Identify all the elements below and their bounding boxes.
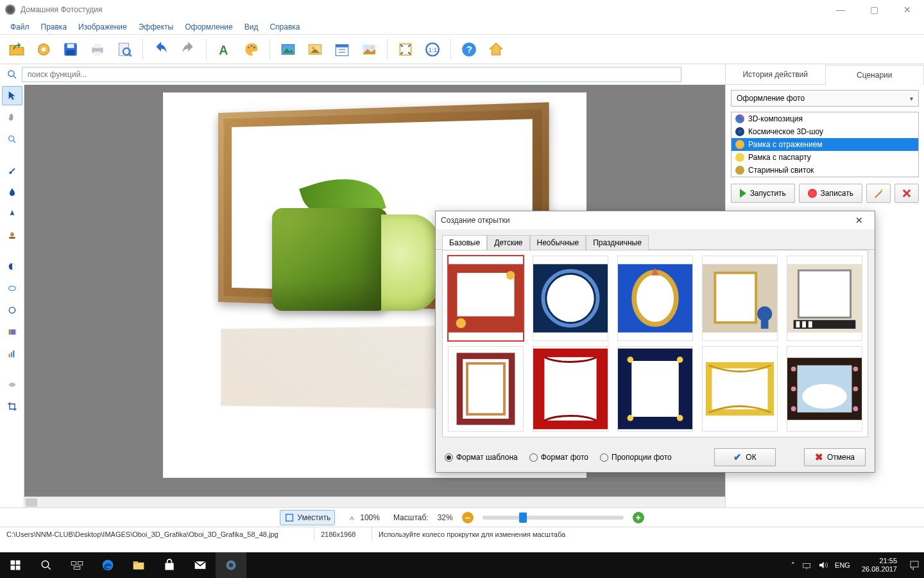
window-minimize-button[interactable]: — bbox=[829, 2, 852, 17]
canvas-h-scrollbar[interactable] bbox=[24, 496, 725, 507]
fit-to-screen-button[interactable]: Уместить bbox=[280, 510, 335, 525]
template-thumbnail[interactable] bbox=[617, 346, 693, 432]
menu-edit[interactable]: Правка bbox=[36, 21, 73, 33]
template-thumbnail[interactable] bbox=[787, 256, 862, 341]
print-button[interactable] bbox=[86, 38, 109, 61]
dialog-tab-holiday[interactable]: Праздничные bbox=[586, 235, 649, 250]
menu-design[interactable]: Оформление bbox=[180, 21, 237, 33]
svg-rect-102 bbox=[16, 566, 21, 570]
tray-network-icon[interactable] bbox=[801, 560, 812, 570]
preview-button[interactable] bbox=[113, 38, 136, 61]
calendar-button[interactable] bbox=[330, 38, 354, 61]
dialog-cancel-button[interactable]: ✖Отмена bbox=[804, 448, 866, 466]
redo-button[interactable] bbox=[176, 38, 200, 61]
search-bar bbox=[0, 65, 725, 84]
window-maximize-button[interactable]: ▢ bbox=[862, 2, 886, 17]
tab-scenarios[interactable]: Сценарии bbox=[825, 65, 925, 85]
dialog-tab-basic[interactable]: Базовые bbox=[442, 235, 487, 250]
taskbar-explorer[interactable] bbox=[123, 552, 154, 578]
zoom-tool[interactable] bbox=[2, 130, 22, 149]
scenario-item[interactable]: Рамка с паспарту bbox=[732, 151, 918, 164]
search-input[interactable] bbox=[22, 67, 681, 82]
palette-button[interactable] bbox=[240, 38, 263, 61]
save-button[interactable] bbox=[59, 38, 82, 61]
tray-volume-icon[interactable] bbox=[818, 560, 828, 570]
radio-photo-proportions[interactable]: Пропорции фото bbox=[600, 453, 672, 462]
open-button[interactable] bbox=[5, 38, 28, 61]
text-button[interactable]: A bbox=[213, 38, 236, 61]
record-button[interactable]: Записать bbox=[799, 184, 863, 203]
delete-button[interactable] bbox=[894, 184, 919, 203]
taskbar-edge[interactable] bbox=[92, 552, 123, 578]
zoom-out-button[interactable]: – bbox=[462, 512, 474, 523]
pointer-tool[interactable] bbox=[2, 86, 22, 105]
contrast-tool[interactable] bbox=[2, 257, 22, 276]
home-button[interactable] bbox=[484, 38, 508, 61]
blur-tool[interactable] bbox=[2, 375, 22, 394]
stamp-tool[interactable] bbox=[2, 226, 22, 245]
menu-view[interactable]: Вид bbox=[239, 21, 264, 33]
template-thumbnail[interactable] bbox=[533, 346, 608, 432]
wand-button[interactable] bbox=[866, 184, 891, 203]
gear-button[interactable] bbox=[32, 38, 55, 61]
ellipse-tool[interactable] bbox=[2, 279, 22, 298]
template-thumbnail[interactable] bbox=[617, 256, 693, 341]
image-button[interactable] bbox=[304, 38, 327, 61]
actual-size-button[interactable]: 1:1 bbox=[421, 38, 444, 61]
scenario-item[interactable]: Старинный свиток bbox=[732, 164, 918, 177]
zoom-slider-handle[interactable] bbox=[519, 512, 527, 523]
pen-tool[interactable] bbox=[2, 204, 22, 223]
start-button[interactable] bbox=[0, 552, 31, 578]
hand-tool[interactable] bbox=[2, 108, 22, 127]
run-button[interactable]: Запустить bbox=[731, 184, 795, 203]
menu-image[interactable]: Изображение bbox=[73, 21, 132, 33]
menu-help[interactable]: Справка bbox=[264, 21, 305, 33]
taskbar-mail[interactable] bbox=[185, 552, 216, 578]
svg-rect-100 bbox=[16, 561, 21, 565]
template-thumbnail[interactable] bbox=[787, 346, 862, 432]
scenario-item[interactable]: Рамка с отражением bbox=[732, 138, 918, 151]
menu-file[interactable]: Файл bbox=[5, 21, 35, 33]
radio-template-format[interactable]: Формат шаблона bbox=[445, 453, 518, 462]
template-thumbnail[interactable] bbox=[702, 256, 778, 341]
task-view[interactable] bbox=[62, 552, 92, 578]
taskbar-store[interactable] bbox=[154, 552, 185, 578]
help-button[interactable]: ? bbox=[458, 38, 481, 61]
dialog-tab-kids[interactable]: Детские bbox=[487, 235, 529, 250]
scenery-button[interactable] bbox=[357, 38, 381, 61]
tray-notifications-icon[interactable] bbox=[909, 559, 920, 571]
tray-language[interactable]: ENG bbox=[835, 561, 850, 569]
template-thumbnail[interactable] bbox=[533, 256, 608, 341]
drop-tool[interactable] bbox=[2, 182, 22, 202]
zoom-in-button[interactable]: + bbox=[633, 512, 644, 523]
undo-button[interactable] bbox=[150, 38, 173, 61]
circle-tool[interactable] bbox=[2, 301, 22, 320]
dialog-tab-unusual[interactable]: Необычные bbox=[530, 235, 586, 250]
taskbar-current-app[interactable] bbox=[216, 552, 246, 578]
brush-tool[interactable] bbox=[2, 161, 22, 180]
tray-clock[interactable]: 21:55 26.08.2017 bbox=[857, 557, 902, 573]
frame-button[interactable] bbox=[277, 38, 300, 61]
menu-effects[interactable]: Эффекты bbox=[133, 21, 179, 33]
dialog-close-button[interactable]: ✕ bbox=[849, 213, 869, 228]
template-thumbnail[interactable] bbox=[448, 256, 524, 341]
scenario-item[interactable]: Космическое 3D-шоу bbox=[732, 125, 918, 138]
crop-tool[interactable] bbox=[2, 397, 22, 416]
svg-rect-83 bbox=[631, 361, 678, 417]
levels-tool[interactable] bbox=[2, 344, 22, 363]
tab-history[interactable]: История действий bbox=[726, 64, 825, 84]
fit-button[interactable] bbox=[394, 38, 417, 61]
zoom-100-button[interactable]: A 100% bbox=[344, 511, 384, 525]
zoom-slider[interactable] bbox=[483, 516, 624, 520]
template-thumbnail[interactable] bbox=[702, 346, 778, 432]
dialog-ok-button[interactable]: ✔ОК bbox=[714, 448, 776, 466]
taskbar-search[interactable] bbox=[31, 552, 62, 578]
scenario-category-dropdown[interactable]: Оформление фото ▾ bbox=[731, 90, 919, 107]
template-thumbnail[interactable] bbox=[448, 346, 524, 432]
radio-photo-format[interactable]: Формат фото bbox=[529, 453, 588, 462]
gradient-tool[interactable] bbox=[2, 322, 22, 342]
scenario-item[interactable]: 3D-композиция bbox=[732, 112, 918, 125]
tray-up-icon[interactable]: ˄ bbox=[791, 561, 795, 570]
window-close-button[interactable]: ✕ bbox=[896, 2, 919, 17]
svg-rect-46 bbox=[12, 329, 14, 335]
